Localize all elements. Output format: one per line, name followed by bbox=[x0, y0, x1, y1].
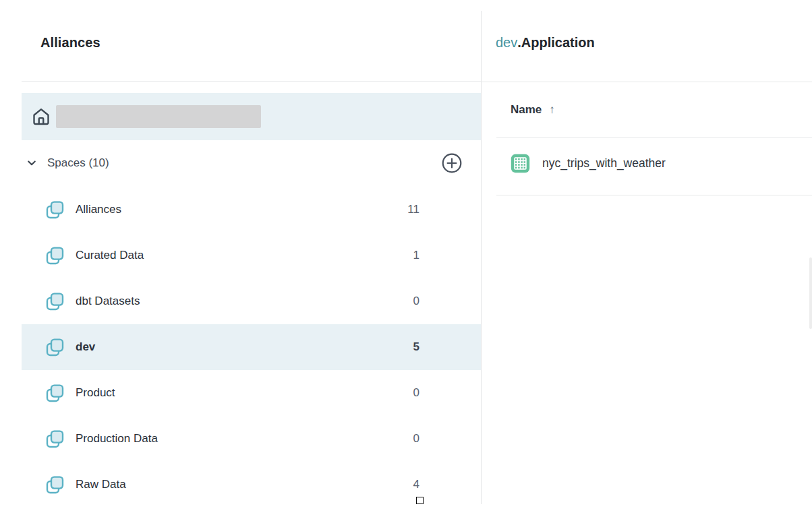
space-layers-icon bbox=[45, 383, 65, 403]
space-layers-icon bbox=[45, 200, 65, 220]
space-layers-icon bbox=[45, 475, 65, 495]
space-item-count: 0 bbox=[413, 295, 419, 308]
column-header-label: Name bbox=[511, 103, 542, 117]
plus-circle-icon bbox=[441, 152, 463, 174]
space-layers-icon bbox=[45, 429, 65, 449]
space-item-count: 4 bbox=[413, 478, 419, 491]
column-header-name[interactable]: Name ↑ bbox=[511, 101, 555, 119]
add-space-button[interactable] bbox=[441, 152, 463, 174]
space-item-label: dbt Datasets bbox=[76, 295, 140, 308]
space-item-label: Curated Data bbox=[76, 249, 144, 262]
space-item-dbt-datasets[interactable]: dbt Datasets 0 bbox=[22, 278, 481, 324]
space-item-label: Raw Data bbox=[76, 478, 126, 491]
dataset-name: nyc_trips_with_weather bbox=[542, 156, 666, 171]
sidebar-title: Alliances bbox=[40, 35, 100, 51]
spaces-collapse-toggle[interactable] bbox=[26, 157, 38, 169]
space-item-label: Product bbox=[76, 386, 115, 400]
sort-ascending-icon: ↑ bbox=[549, 103, 555, 117]
spaces-sidebar: Alliances Spaces (10) bbox=[0, 0, 481, 519]
space-item-count: 1 bbox=[413, 249, 419, 262]
chevron-down-icon bbox=[26, 158, 37, 169]
space-item-count: 11 bbox=[407, 203, 419, 216]
space-item-curated-data[interactable]: Curated Data 1 bbox=[22, 233, 481, 278]
table-row-nyc-trips[interactable]: nyc_trips_with_weather bbox=[511, 138, 812, 189]
spaces-section-label: Spaces (10) bbox=[47, 156, 109, 170]
space-layers-icon bbox=[45, 245, 65, 266]
app: Alliances Spaces (10) bbox=[0, 0, 812, 519]
stray-artifact-square bbox=[416, 497, 424, 504]
space-item-product[interactable]: Product 0 bbox=[22, 370, 481, 416]
detail-panel: dev.Application Name ↑ nyc_trips_with_we… bbox=[482, 0, 812, 519]
space-item-raw-data[interactable]: Raw Data 4 bbox=[22, 462, 481, 508]
space-item-count: 0 bbox=[413, 432, 419, 446]
space-layers-icon bbox=[45, 337, 65, 357]
spaces-list: Alliances 11 Curated Data 1 dbt Datasets… bbox=[22, 187, 481, 508]
space-item-production-data[interactable]: Production Data 0 bbox=[22, 416, 481, 462]
sidebar-header-divider bbox=[22, 81, 481, 82]
space-item-label: Production Data bbox=[76, 432, 158, 446]
home-icon bbox=[31, 106, 51, 127]
breadcrumb-space[interactable]: dev bbox=[496, 35, 517, 50]
space-item-label: dev bbox=[76, 340, 95, 354]
space-item-count: 0 bbox=[413, 386, 419, 400]
breadcrumb: dev.Application bbox=[496, 35, 595, 51]
space-item-alliances[interactable]: Alliances 11 bbox=[22, 187, 481, 233]
space-layers-icon bbox=[45, 291, 65, 311]
detail-header-divider bbox=[482, 82, 812, 82]
scrollbar-thumb[interactable] bbox=[809, 257, 812, 329]
space-item-count: 5 bbox=[413, 340, 419, 354]
redacted-home-label bbox=[56, 105, 261, 128]
home-item[interactable] bbox=[22, 93, 481, 140]
dataset-table-icon bbox=[511, 154, 530, 173]
space-item-dev[interactable]: dev 5 bbox=[22, 324, 481, 370]
breadcrumb-page: Application bbox=[521, 35, 595, 50]
spaces-section-header: Spaces (10) bbox=[22, 150, 481, 177]
table-row-divider bbox=[496, 195, 812, 195]
space-item-label: Alliances bbox=[76, 203, 121, 216]
